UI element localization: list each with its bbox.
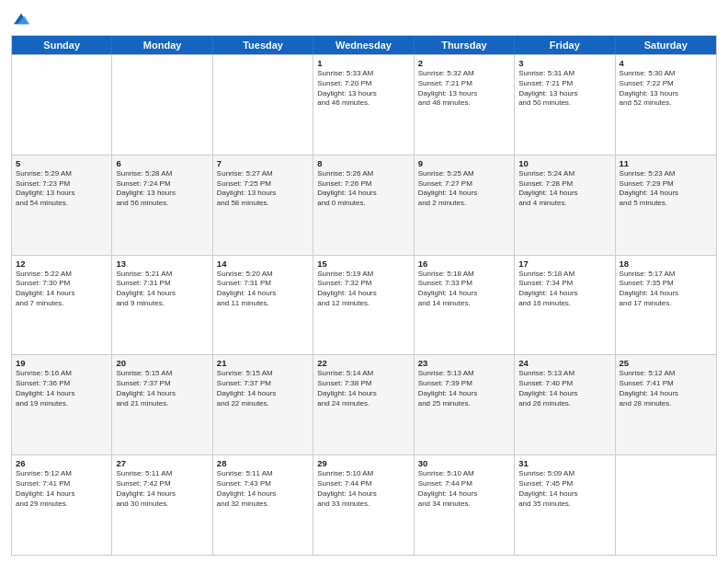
- weekday-header-friday: Friday: [515, 36, 615, 54]
- cell-date-number: 10: [518, 158, 610, 168]
- cell-sun-info: Sunrise: 5:21 AM Sunset: 7:31 PM Dayligh…: [116, 270, 208, 309]
- calendar-cell: 11Sunrise: 5:23 AM Sunset: 7:29 PM Dayli…: [616, 155, 716, 255]
- page: SundayMondayTuesdayWednesdayThursdayFrid…: [0, 0, 728, 563]
- cell-date-number: 5: [16, 158, 108, 168]
- cell-sun-info: Sunrise: 5:18 AM Sunset: 7:34 PM Dayligh…: [518, 270, 610, 309]
- calendar-cell: 2Sunrise: 5:32 AM Sunset: 7:21 PM Daylig…: [415, 55, 515, 155]
- cell-sun-info: Sunrise: 5:19 AM Sunset: 7:32 PM Dayligh…: [317, 270, 409, 309]
- calendar-cell: 27Sunrise: 5:11 AM Sunset: 7:42 PM Dayli…: [112, 455, 212, 555]
- cell-sun-info: Sunrise: 5:10 AM Sunset: 7:44 PM Dayligh…: [418, 469, 510, 509]
- weekday-header-thursday: Thursday: [415, 36, 515, 54]
- cell-sun-info: Sunrise: 5:09 AM Sunset: 7:45 PM Dayligh…: [518, 469, 610, 509]
- cell-date-number: 12: [16, 259, 108, 269]
- calendar-cell: 21Sunrise: 5:15 AM Sunset: 7:37 PM Dayli…: [213, 355, 313, 454]
- calendar: SundayMondayTuesdayWednesdayThursdayFrid…: [11, 35, 717, 556]
- cell-sun-info: Sunrise: 5:18 AM Sunset: 7:33 PM Dayligh…: [418, 270, 510, 309]
- cell-date-number: 4: [620, 58, 712, 68]
- calendar-cell: 6Sunrise: 5:28 AM Sunset: 7:24 PM Daylig…: [112, 155, 212, 255]
- calendar-cell: 10Sunrise: 5:24 AM Sunset: 7:28 PM Dayli…: [515, 155, 615, 255]
- calendar-cell: 8Sunrise: 5:26 AM Sunset: 7:26 PM Daylig…: [313, 155, 414, 255]
- calendar-cell: [616, 455, 716, 555]
- cell-date-number: 22: [317, 358, 409, 368]
- cell-date-number: 31: [518, 458, 610, 468]
- cell-sun-info: Sunrise: 5:28 AM Sunset: 7:24 PM Dayligh…: [116, 169, 208, 209]
- calendar-cell: 15Sunrise: 5:19 AM Sunset: 7:32 PM Dayli…: [313, 256, 414, 355]
- calendar-cell: 7Sunrise: 5:27 AM Sunset: 7:25 PM Daylig…: [213, 155, 313, 255]
- cell-sun-info: Sunrise: 5:29 AM Sunset: 7:23 PM Dayligh…: [16, 169, 108, 209]
- cell-sun-info: Sunrise: 5:16 AM Sunset: 7:36 PM Dayligh…: [16, 369, 108, 408]
- calendar-row-3: 12Sunrise: 5:22 AM Sunset: 7:30 PM Dayli…: [12, 255, 716, 355]
- calendar-cell: 4Sunrise: 5:30 AM Sunset: 7:22 PM Daylig…: [616, 55, 716, 155]
- calendar-row-2: 5Sunrise: 5:29 AM Sunset: 7:23 PM Daylig…: [12, 155, 716, 255]
- calendar-cell: 26Sunrise: 5:12 AM Sunset: 7:41 PM Dayli…: [12, 455, 112, 555]
- calendar-cell: 14Sunrise: 5:20 AM Sunset: 7:31 PM Dayli…: [213, 256, 313, 355]
- cell-sun-info: Sunrise: 5:14 AM Sunset: 7:38 PM Dayligh…: [317, 369, 409, 408]
- calendar-cell: 3Sunrise: 5:31 AM Sunset: 7:21 PM Daylig…: [515, 55, 615, 155]
- calendar-cell: 29Sunrise: 5:10 AM Sunset: 7:44 PM Dayli…: [313, 455, 414, 555]
- weekday-header-monday: Monday: [112, 36, 212, 54]
- cell-date-number: 21: [217, 358, 309, 368]
- cell-date-number: 28: [217, 458, 309, 468]
- calendar-row-1: 1Sunrise: 5:33 AM Sunset: 7:20 PM Daylig…: [12, 54, 716, 155]
- cell-date-number: 18: [620, 259, 712, 269]
- cell-date-number: 7: [217, 158, 309, 168]
- calendar-cell: 23Sunrise: 5:13 AM Sunset: 7:39 PM Dayli…: [415, 355, 515, 454]
- calendar-cell: 9Sunrise: 5:25 AM Sunset: 7:27 PM Daylig…: [415, 155, 515, 255]
- cell-date-number: 29: [317, 458, 409, 468]
- calendar-cell: 24Sunrise: 5:13 AM Sunset: 7:40 PM Dayli…: [515, 355, 615, 454]
- calendar-body: 1Sunrise: 5:33 AM Sunset: 7:20 PM Daylig…: [12, 54, 716, 555]
- cell-date-number: 1: [317, 58, 409, 68]
- calendar-cell: 19Sunrise: 5:16 AM Sunset: 7:36 PM Dayli…: [12, 355, 112, 454]
- cell-sun-info: Sunrise: 5:20 AM Sunset: 7:31 PM Dayligh…: [217, 270, 309, 309]
- header: [11, 9, 717, 29]
- cell-sun-info: Sunrise: 5:10 AM Sunset: 7:44 PM Dayligh…: [317, 469, 409, 509]
- logo-icon: [11, 9, 31, 29]
- cell-date-number: 6: [116, 158, 208, 168]
- calendar-cell: [213, 55, 313, 155]
- cell-sun-info: Sunrise: 5:13 AM Sunset: 7:40 PM Dayligh…: [518, 369, 610, 408]
- cell-sun-info: Sunrise: 5:12 AM Sunset: 7:41 PM Dayligh…: [620, 369, 712, 408]
- cell-date-number: 11: [620, 158, 712, 168]
- cell-date-number: 30: [418, 458, 510, 468]
- calendar-cell: 5Sunrise: 5:29 AM Sunset: 7:23 PM Daylig…: [12, 155, 112, 255]
- weekday-header-saturday: Saturday: [616, 36, 716, 54]
- cell-sun-info: Sunrise: 5:33 AM Sunset: 7:20 PM Dayligh…: [317, 69, 409, 109]
- cell-sun-info: Sunrise: 5:24 AM Sunset: 7:28 PM Dayligh…: [518, 169, 610, 209]
- calendar-cell: 12Sunrise: 5:22 AM Sunset: 7:30 PM Dayli…: [12, 256, 112, 355]
- weekday-header-sunday: Sunday: [12, 36, 112, 54]
- calendar-cell: 28Sunrise: 5:11 AM Sunset: 7:43 PM Dayli…: [213, 455, 313, 555]
- cell-date-number: 14: [217, 259, 309, 269]
- cell-sun-info: Sunrise: 5:26 AM Sunset: 7:26 PM Dayligh…: [317, 169, 409, 209]
- calendar-cell: 16Sunrise: 5:18 AM Sunset: 7:33 PM Dayli…: [415, 256, 515, 355]
- calendar-header: SundayMondayTuesdayWednesdayThursdayFrid…: [12, 36, 716, 54]
- calendar-cell: 1Sunrise: 5:33 AM Sunset: 7:20 PM Daylig…: [313, 55, 414, 155]
- cell-date-number: 8: [317, 158, 409, 168]
- weekday-header-wednesday: Wednesday: [313, 36, 414, 54]
- cell-sun-info: Sunrise: 5:25 AM Sunset: 7:27 PM Dayligh…: [418, 169, 510, 209]
- calendar-cell: 18Sunrise: 5:17 AM Sunset: 7:35 PM Dayli…: [616, 256, 716, 355]
- cell-sun-info: Sunrise: 5:17 AM Sunset: 7:35 PM Dayligh…: [620, 270, 712, 309]
- cell-sun-info: Sunrise: 5:27 AM Sunset: 7:25 PM Dayligh…: [217, 169, 309, 209]
- calendar-cell: [112, 55, 212, 155]
- calendar-row-5: 26Sunrise: 5:12 AM Sunset: 7:41 PM Dayli…: [12, 454, 716, 555]
- cell-sun-info: Sunrise: 5:12 AM Sunset: 7:41 PM Dayligh…: [16, 469, 108, 509]
- weekday-header-tuesday: Tuesday: [213, 36, 313, 54]
- calendar-cell: [12, 55, 112, 155]
- cell-sun-info: Sunrise: 5:22 AM Sunset: 7:30 PM Dayligh…: [16, 270, 108, 309]
- cell-date-number: 15: [317, 259, 409, 269]
- calendar-cell: 22Sunrise: 5:14 AM Sunset: 7:38 PM Dayli…: [313, 355, 414, 454]
- cell-date-number: 24: [518, 358, 610, 368]
- cell-sun-info: Sunrise: 5:31 AM Sunset: 7:21 PM Dayligh…: [518, 69, 610, 109]
- cell-date-number: 2: [418, 58, 510, 68]
- calendar-cell: 20Sunrise: 5:15 AM Sunset: 7:37 PM Dayli…: [112, 355, 212, 454]
- cell-date-number: 25: [620, 358, 712, 368]
- cell-date-number: 16: [418, 259, 510, 269]
- calendar-cell: 13Sunrise: 5:21 AM Sunset: 7:31 PM Dayli…: [112, 256, 212, 355]
- cell-sun-info: Sunrise: 5:23 AM Sunset: 7:29 PM Dayligh…: [620, 169, 712, 209]
- calendar-cell: 30Sunrise: 5:10 AM Sunset: 7:44 PM Dayli…: [415, 455, 515, 555]
- calendar-cell: 17Sunrise: 5:18 AM Sunset: 7:34 PM Dayli…: [515, 256, 615, 355]
- cell-sun-info: Sunrise: 5:30 AM Sunset: 7:22 PM Dayligh…: [620, 69, 712, 109]
- cell-sun-info: Sunrise: 5:15 AM Sunset: 7:37 PM Dayligh…: [116, 369, 208, 408]
- cell-date-number: 27: [116, 458, 208, 468]
- cell-sun-info: Sunrise: 5:11 AM Sunset: 7:42 PM Dayligh…: [116, 469, 208, 509]
